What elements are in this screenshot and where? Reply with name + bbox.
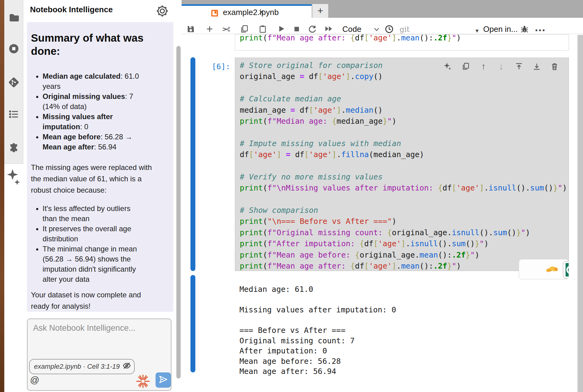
settings-gear-icon[interactable] (156, 4, 168, 19)
paste-cells-button[interactable] (258, 24, 267, 35)
more-commands-button[interactable]: ••• (535, 26, 546, 34)
move-cell-up-icon[interactable]: ↑ (479, 62, 488, 71)
code-cell-editor[interactable]: # Store original for comparisonoriginal_… (235, 58, 569, 271)
sidebar-item-toc[interactable] (4, 109, 23, 121)
list-item: The minimal change in mean (56.28 → 56.9… (43, 244, 164, 284)
cell-toolbar: ↑ ↓ (443, 62, 559, 71)
code-line: # Calculate median age (240, 93, 569, 104)
sidebar-item-extensions[interactable] (4, 141, 23, 154)
open-in-button[interactable]: Open in... (483, 24, 518, 34)
duplicate-cell-icon[interactable] (461, 62, 471, 71)
table-of-contents-icon (8, 115, 19, 121)
restart-kernel-button[interactable] (308, 24, 317, 35)
message-paragraph-closing: Your dataset is now complete and ready f… (31, 289, 164, 312)
starburst-icon[interactable] (136, 374, 150, 390)
insert-cell-above-icon[interactable] (514, 62, 524, 71)
stop-button[interactable] (293, 26, 300, 34)
code-line: print(f"\nMissing values after imputatio… (240, 183, 569, 194)
save-button[interactable] (186, 24, 195, 35)
assistant-message: Summary of what was done: Median age cal… (27, 22, 173, 312)
chevron-down-icon[interactable] (373, 26, 380, 34)
list-item: It preserves the overall age distributio… (43, 224, 164, 244)
running-kernels-icon (8, 50, 20, 55)
list-item: Mean age before: 56.28 → Mean age after:… (43, 132, 164, 152)
run-button[interactable] (277, 24, 286, 34)
puzzle-icon (8, 148, 20, 153)
code-line: print("\n=== Before vs After ===") (240, 216, 569, 227)
folder-icon (8, 19, 19, 24)
clipped-code-cell[interactable]: print(f"Mean age after: {df['age'].mean(… (235, 34, 569, 51)
run-all-button[interactable] (324, 24, 334, 34)
notebook-scrollbar[interactable] (577, 35, 583, 392)
code-line: # Impute missing values with median (240, 138, 569, 149)
handshake-icon (545, 262, 559, 276)
open-in-caret-icon: ▾ (476, 27, 479, 34)
message-paragraph: The missing ages were replaced with the … (31, 162, 164, 196)
add-cell-button[interactable]: + (206, 23, 213, 36)
eye-off-icon[interactable] (122, 361, 131, 372)
context-chip-label: example2.ipynb · Cell 3:1-19 (34, 363, 120, 371)
code-line (240, 82, 569, 93)
git-status-label: git (400, 25, 410, 34)
code-line: print(f"After imputation: {df['age'].isn… (240, 238, 569, 249)
new-tab-button[interactable]: + (312, 4, 328, 18)
chat-panel-scrollbar[interactable] (176, 46, 181, 379)
delete-cell-icon[interactable] (550, 62, 559, 71)
send-button[interactable] (156, 372, 171, 388)
inline-completion-popup (519, 259, 569, 279)
sidebar-item-git[interactable] (4, 77, 23, 89)
panel-title: Notebook Intelligence (30, 5, 113, 14)
context-chip[interactable]: example2.ipynb · Cell 3:1-19 (29, 359, 135, 374)
cell-collapser[interactable] (190, 57, 195, 271)
sidebar-item-running[interactable] (4, 43, 23, 56)
git-icon (8, 84, 20, 89)
execution-count: [6]: (193, 62, 230, 71)
tab-label: example2.ipynb (223, 8, 279, 17)
sparkles-icon (6, 182, 22, 187)
cell-output: Median age: 61.0 Missing values after im… (239, 284, 396, 377)
output-collapser[interactable] (190, 275, 195, 372)
list-item: It's less affected by outliers than the … (43, 203, 164, 224)
code-line (240, 127, 569, 138)
bug-icon[interactable] (520, 24, 529, 35)
code-line: # Verify no more missing values (240, 172, 569, 183)
insert-cell-below-icon[interactable] (532, 62, 542, 71)
desktop-wallpaper-strip (0, 0, 4, 392)
code-line: df['age'] = df['age'].fillna(median_age) (240, 149, 569, 160)
move-cell-down-icon[interactable]: ↓ (496, 62, 506, 71)
sidebar-item-notebook-intelligence[interactable] (4, 168, 23, 189)
mention-trigger[interactable]: @ (30, 375, 39, 385)
chat-input-placeholder: Ask Notebook Intelligence... (33, 323, 136, 333)
activity-bar (4, 0, 23, 164)
send-icon (158, 374, 168, 386)
jupyterlab-window: Notebook Intelligence Summary of what wa… (0, 0, 583, 392)
list-item: Missing values after imputation: 0 (43, 111, 164, 132)
notebook-file-icon (210, 9, 219, 19)
code-line: print(f"Mean age before: {original_age.m… (240, 250, 569, 261)
provider-badge-icon (562, 261, 569, 279)
code-line: print(f"Median age: {median_age}") (240, 116, 569, 127)
code-line: original_age = df['age'].copy() (240, 71, 569, 82)
cut-cells-button[interactable]: ✂ (222, 23, 231, 36)
list-item: Original missing values: 7 (14% of data) (43, 91, 164, 111)
message-heading: Summary of what was done: (31, 31, 164, 58)
summary-list: Median age calculated: 61.0 yearsOrigina… (31, 71, 164, 152)
code-line: print(f"Original missing count: {origina… (240, 227, 569, 238)
list-item: Median age calculated: 61.0 years (43, 71, 164, 91)
code-line: # Show comparison (240, 205, 569, 216)
history-clock-icon[interactable] (385, 24, 394, 35)
cell-type-select[interactable]: Code (342, 24, 361, 34)
copy-cells-button[interactable] (240, 24, 249, 35)
code-line: median_age = df['age'].median() (240, 105, 569, 116)
reasons-list: It's less affected by outliers than the … (31, 203, 164, 284)
code-line (240, 160, 569, 172)
code-line (240, 194, 569, 205)
sidebar-item-files[interactable] (4, 12, 23, 24)
tab-close-icon[interactable]: × (259, 7, 264, 17)
ai-sparkle-icon[interactable] (443, 62, 453, 71)
